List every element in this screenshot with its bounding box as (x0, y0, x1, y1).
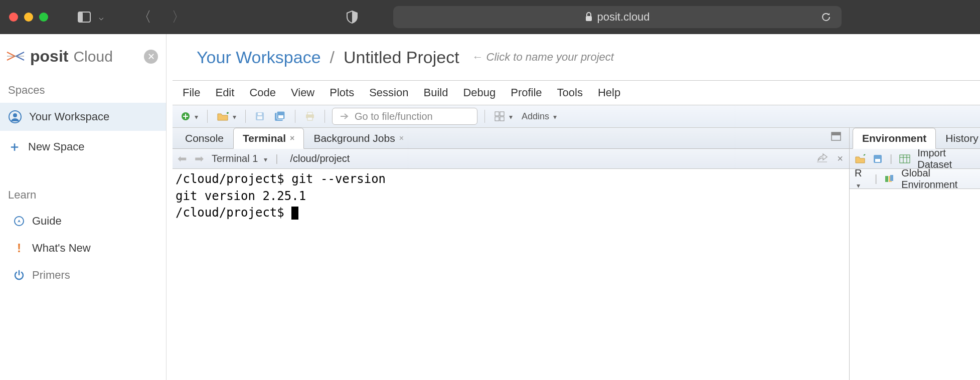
toolbar-separator (324, 110, 325, 123)
breadcrumb-project-name[interactable]: Untitled Project (344, 48, 459, 67)
svg-rect-10 (258, 113, 262, 115)
save-button[interactable] (253, 110, 267, 122)
sidebar-item-new-space[interactable]: ＋ New Space (0, 131, 166, 162)
sidebar-item-guide[interactable]: Guide (0, 208, 166, 235)
terminal-next-button[interactable]: ➡ (195, 152, 204, 165)
addins-button[interactable]: Addins (520, 110, 559, 123)
r-engine-selector[interactable]: R (855, 167, 868, 191)
left-pane-tabs: Console Terminal × Background Jobs × (173, 128, 849, 149)
exclamation-icon: ! (13, 242, 25, 254)
sidebar-item-whats-new[interactable]: ! What's New (0, 235, 166, 262)
nav-back-button[interactable]: 〈 (137, 8, 151, 27)
svg-rect-1 (78, 12, 83, 22)
global-env-icon (884, 173, 894, 184)
browser-toolbar: ⌵ 〈 〉 posit.cloud (0, 0, 980, 34)
new-file-button[interactable] (179, 110, 200, 123)
menu-build[interactable]: Build (423, 86, 448, 99)
left-pane: Console Terminal × Background Jobs × (173, 128, 850, 380)
import-label: Import Dataset (917, 147, 952, 170)
terminal-prev-button[interactable]: ⬅ (178, 152, 187, 165)
tab-background-jobs[interactable]: Background Jobs × (304, 128, 413, 148)
privacy-shield-icon[interactable] (345, 10, 359, 24)
window-zoom-button[interactable] (39, 13, 48, 22)
close-terminal-icon[interactable]: × (837, 153, 843, 164)
close-icon[interactable]: × (399, 134, 404, 143)
url-bar[interactable]: posit.cloud (393, 6, 842, 28)
lock-icon (585, 12, 593, 22)
toolbar-separator (484, 110, 485, 123)
reload-icon[interactable] (821, 12, 832, 23)
window-controls (9, 13, 48, 22)
sidebar-item-label: What's New (32, 242, 91, 255)
terminal-output[interactable]: /cloud/project$ git --version git versio… (173, 169, 849, 380)
sidebar-toggle-icon[interactable] (77, 10, 91, 24)
svg-rect-16 (307, 117, 312, 120)
brand-main: posit (30, 47, 68, 66)
goto-placeholder: Go to file/function (355, 111, 433, 122)
svg-rect-18 (500, 112, 504, 116)
posit-logo-icon (6, 49, 25, 64)
grid-view-button[interactable] (492, 110, 515, 123)
menu-file[interactable]: File (183, 86, 200, 99)
chevron-down-icon (507, 111, 513, 122)
save-workspace-icon[interactable] (873, 153, 883, 164)
tab-label: Console (185, 132, 224, 144)
sidebar-toggle-group: ⌵ (77, 10, 108, 24)
svg-rect-17 (495, 112, 499, 116)
svg-rect-29 (885, 176, 888, 182)
menu-view[interactable]: View (291, 86, 314, 99)
menu-help[interactable]: Help (598, 86, 620, 99)
chevron-down-icon (855, 179, 860, 190)
global-env-selector[interactable]: Global Environment (901, 167, 975, 191)
right-pane-tabs: Environment History (850, 128, 980, 149)
menu-tools[interactable]: Tools (557, 86, 583, 99)
close-icon[interactable]: × (290, 134, 294, 143)
spaces-heading: Spaces (0, 78, 166, 103)
sidebar-collapse-button[interactable]: ✕ (144, 50, 158, 64)
import-dataset-icon[interactable] (899, 153, 910, 164)
tab-console[interactable]: Console (176, 128, 233, 148)
menu-profile[interactable]: Profile (511, 86, 542, 99)
window-minimize-button[interactable] (24, 13, 33, 22)
menu-edit[interactable]: Edit (215, 86, 234, 99)
svg-rect-22 (832, 132, 841, 135)
open-file-button[interactable] (215, 110, 238, 123)
posit-logo[interactable]: posit Cloud (6, 47, 113, 66)
save-all-button[interactable] (272, 110, 288, 123)
app-sidebar: posit Cloud ✕ Spaces Your Workspace ＋ Ne… (0, 34, 167, 380)
addins-label: Addins (522, 111, 549, 122)
toolbar-separator (207, 110, 208, 123)
sidebar-item-primers[interactable]: Primers (0, 262, 166, 289)
svg-rect-15 (307, 112, 312, 115)
env-scope-bar: R | Global Environment (850, 169, 980, 189)
nav-forward-button[interactable]: 〉 (172, 8, 186, 27)
svg-rect-9 (257, 116, 262, 119)
sidebar-item-your-workspace[interactable]: Your Workspace (0, 103, 166, 131)
breadcrumb-workspace-link[interactable]: Your Workspace (197, 48, 321, 67)
svg-rect-24 (875, 159, 880, 162)
toolbar-separator (295, 110, 295, 123)
maximize-pane-icon[interactable] (831, 132, 841, 141)
terminal-selector[interactable]: Terminal 1 (212, 153, 267, 164)
print-button[interactable] (302, 110, 317, 122)
global-env-label: Global Environment (901, 167, 957, 190)
menu-plots[interactable]: Plots (330, 86, 354, 99)
window-close-button[interactable] (9, 13, 18, 22)
menu-debug[interactable]: Debug (463, 86, 496, 99)
tab-terminal[interactable]: Terminal × (233, 128, 304, 149)
svg-point-5 (13, 113, 17, 117)
terminal-subbar: ⬅ ➡ Terminal 1 | /cloud/project × (173, 149, 849, 169)
goto-file-function-input[interactable]: Go to file/function (332, 108, 477, 125)
terminal-cursor (291, 207, 298, 220)
tab-history[interactable]: History (936, 128, 980, 148)
clear-terminal-icon[interactable] (816, 153, 828, 164)
sidebar-item-label: Guide (32, 215, 62, 228)
tab-environment[interactable]: Environment (853, 128, 936, 149)
menu-code[interactable]: Code (249, 86, 276, 99)
menu-session[interactable]: Session (369, 86, 408, 99)
sidebar-menu-chevron-icon[interactable]: ⌵ (94, 10, 108, 24)
load-workspace-icon[interactable] (855, 153, 866, 164)
ide-toolbar: Go to file/function Addins (173, 105, 980, 128)
svg-rect-19 (495, 117, 499, 121)
hint-arrow-icon: ← (472, 51, 483, 64)
